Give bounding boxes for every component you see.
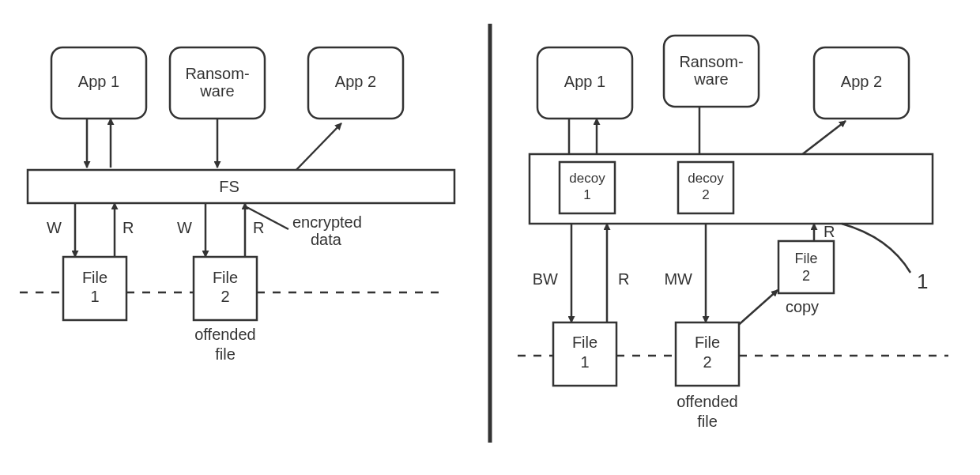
- right-fcopy-l2: 2: [802, 268, 810, 284]
- right-off-1: offended: [677, 393, 738, 410]
- right-ransomware-l1: Ransom-: [679, 53, 743, 70]
- right-num-leader: [842, 224, 910, 273]
- right-file2-to-copy: [735, 290, 778, 328]
- left-enc-2: data: [311, 231, 342, 248]
- right-decoy1-l2: 1: [583, 187, 590, 202]
- left-file2-l1: File: [213, 269, 238, 286]
- left-file2-l2: 2: [220, 288, 229, 305]
- left-off-2: file: [215, 345, 236, 363]
- left-app1-label: App 1: [78, 73, 119, 90]
- right-mw: MW: [664, 270, 692, 288]
- left-w-1: W: [47, 219, 62, 236]
- right-r1: R: [618, 270, 629, 288]
- left-fs-to-app2: [292, 123, 341, 174]
- right-file2copy-box: [778, 241, 834, 293]
- right-decoy1-l1: decoy: [569, 171, 605, 186]
- left-w-2: W: [177, 219, 192, 236]
- right-decoy2-l2: 2: [702, 187, 709, 202]
- right-decoy2-l1: decoy: [688, 171, 724, 186]
- right-app2-label: App 2: [841, 73, 882, 90]
- left-r-2: R: [253, 219, 264, 236]
- left-file1-l1: File: [82, 269, 107, 286]
- right-app1-label: App 1: [564, 73, 605, 90]
- left-off-1: offended: [194, 326, 256, 343]
- diagram-svg: App 1 Ransom- ware App 2 FS W R W R encr…: [0, 0, 980, 475]
- left-enc-1: encrypted: [292, 213, 362, 231]
- right-file2-l1: File: [695, 334, 720, 351]
- right-copy-label: copy: [786, 298, 819, 315]
- left-app2-label: App 2: [335, 73, 376, 90]
- right-r2: R: [824, 223, 835, 240]
- left-file1-l2: 1: [90, 288, 99, 305]
- left-fs-bar: [28, 170, 454, 203]
- right-num: 1: [917, 270, 928, 293]
- left-fs-label: FS: [219, 178, 239, 195]
- right-file2-l2: 2: [703, 353, 711, 371]
- left-ransomware-label-2: ware: [199, 82, 234, 100]
- right-ransomware-l2: ware: [693, 70, 728, 88]
- right-off-2: file: [697, 413, 718, 430]
- right-file1-l1: File: [572, 334, 597, 351]
- left-r-1: R: [122, 219, 134, 236]
- right-bw: BW: [533, 270, 558, 288]
- right-file1-l2: 1: [580, 353, 589, 371]
- right-fcopy-l1: File: [794, 251, 817, 266]
- left-ransomware-label-1: Ransom-: [185, 65, 249, 82]
